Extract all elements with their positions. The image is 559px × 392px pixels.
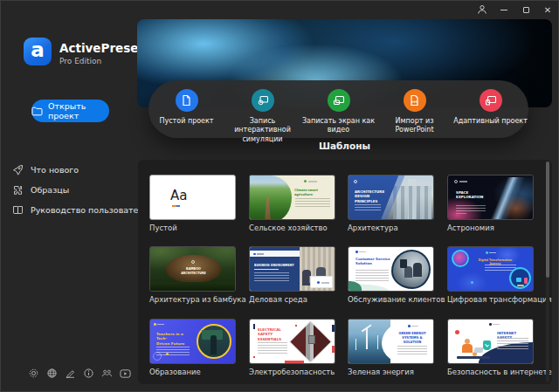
titlebar: ✕ bbox=[0, 0, 559, 19]
sidebar-nav: Что нового Образцы Руководство пользоват… bbox=[12, 163, 148, 216]
folder-icon bbox=[31, 107, 43, 116]
quick-actions-bar: Пустой проект Запись интерактивной симул… bbox=[148, 80, 528, 138]
sidebar-item-label: Что нового bbox=[31, 165, 79, 175]
template-thumbnail: SPACE EXPLORATION bbox=[447, 175, 534, 220]
blank-project-button[interactable]: Пустой проект bbox=[148, 89, 224, 126]
record-simulation-icon bbox=[252, 89, 274, 112]
template-label: Обслуживание клиентов bbox=[348, 295, 434, 304]
blank-document-icon bbox=[176, 89, 198, 112]
template-card-blank[interactable]: Aa Пустой bbox=[149, 175, 236, 232]
template-thumbnail: Aa bbox=[149, 175, 236, 220]
account-icon[interactable] bbox=[476, 3, 488, 16]
record-screen-icon bbox=[328, 89, 350, 112]
svg-text:PPT: PPT bbox=[411, 100, 418, 104]
import-powerpoint-button[interactable]: PPT Импорт из PowerPoint bbox=[376, 89, 452, 135]
template-card-architecture[interactable]: ARCHITECTURE DESIGN PRINCIPLES Архитекту… bbox=[348, 175, 434, 232]
responsive-project-icon bbox=[480, 89, 502, 112]
template-card-business[interactable]: BUSINESS ENVIRONMENT Деловая среда bbox=[249, 246, 335, 304]
app-edition: Pro Edition bbox=[59, 57, 101, 65]
maximize-icon[interactable] bbox=[520, 3, 532, 16]
settings-icon[interactable] bbox=[28, 368, 39, 379]
video-tutorials-icon[interactable] bbox=[120, 368, 131, 379]
record-screen-button[interactable]: Записать экран как видео bbox=[300, 89, 376, 135]
sidebar-item-samples[interactable]: Образцы bbox=[12, 183, 148, 196]
template-label: Образование bbox=[149, 368, 236, 376]
app-logo: a bbox=[24, 38, 52, 65]
book-icon bbox=[12, 204, 24, 216]
info-icon[interactable] bbox=[83, 368, 94, 379]
templates-header: Шаблоны bbox=[137, 141, 552, 151]
rocket-icon bbox=[12, 164, 24, 175]
template-label: Деловая среда bbox=[249, 295, 335, 304]
templates-panel: Aa Пустой Climate-smart agriculture Сель… bbox=[138, 160, 552, 384]
open-project-button[interactable]: Открыть проект bbox=[31, 100, 109, 122]
template-label: Пустой bbox=[149, 224, 236, 232]
quick-action-label: Адаптивный проект bbox=[453, 117, 528, 126]
feedback-icon[interactable] bbox=[65, 368, 76, 379]
quick-action-label: Импорт из PowerPoint bbox=[377, 117, 452, 135]
template-card-education[interactable]: Teachers in a Tech- Driven Future Образо… bbox=[149, 319, 236, 376]
template-thumbnail: BUSINESS ENVIRONMENT bbox=[249, 246, 335, 292]
responsive-project-button[interactable]: Адаптивный проект bbox=[452, 89, 528, 126]
template-card-internet-safety[interactable]: INTERNET SAFETY Безопасность в интернете bbox=[447, 319, 534, 376]
template-card-bamboo[interactable]: BAMBOO ARCHITECTURE Архитектура из бамбу… bbox=[149, 246, 236, 304]
open-project-label: Открыть проект bbox=[48, 101, 109, 120]
powerpoint-import-icon: PPT bbox=[404, 89, 426, 112]
template-thumbnail: ELECTRICAL SAFETY ESSENTIALS bbox=[249, 319, 335, 364]
template-card-customer-service[interactable]: Customer Service Solution Обслуживание к… bbox=[348, 246, 434, 304]
app-window: ✕ a ActivePresenter Pro Edition Открыть … bbox=[0, 0, 559, 392]
template-card-electrical-safety[interactable]: ELECTRICAL SAFETY ESSENTIALS Электробезо… bbox=[249, 319, 335, 376]
template-label: Архитектура bbox=[348, 224, 434, 232]
template-thumbnail: Customer Service Solution bbox=[348, 246, 434, 292]
close-icon[interactable]: ✕ bbox=[542, 3, 554, 16]
scrollbar-thumb[interactable] bbox=[546, 162, 549, 278]
community-icon[interactable] bbox=[101, 368, 113, 379]
quick-action-label: Записать экран как видео bbox=[301, 117, 376, 135]
template-label: Сельское хозяйство bbox=[249, 224, 335, 232]
template-thumbnail: Teachers in a Tech- Driven Future bbox=[149, 319, 236, 364]
globe-icon[interactable] bbox=[46, 368, 58, 379]
quick-action-label: Пустой проект bbox=[159, 117, 213, 126]
template-thumbnail: ARCHITECTURE DESIGN PRINCIPLES bbox=[348, 175, 434, 220]
template-label: Зеленая энергия bbox=[348, 368, 434, 376]
sidebar-item-label: Образцы bbox=[31, 185, 69, 195]
template-card-digital-transformation[interactable]: Digital Transformation Journey Цифровая … bbox=[447, 246, 534, 304]
template-card-agriculture[interactable]: Climate-smart agriculture Сельское хозяй… bbox=[249, 175, 335, 232]
template-thumbnail: GREEN ENERGY SYSTEMS & SOLUTION bbox=[348, 319, 434, 364]
template-label: Электробезопасность bbox=[249, 368, 335, 376]
template-label: Архитектура из бамбука bbox=[149, 295, 236, 304]
record-simulation-button[interactable]: Запись интерактивной симуляции bbox=[224, 89, 300, 144]
template-thumbnail: Climate-smart agriculture bbox=[249, 175, 335, 220]
template-card-green-energy[interactable]: GREEN ENERGY SYSTEMS & SOLUTION Зеленая … bbox=[348, 319, 434, 376]
template-card-astronomy[interactable]: SPACE EXPLORATION Астрономия bbox=[447, 175, 534, 232]
template-thumbnail: BAMBOO ARCHITECTURE bbox=[149, 246, 236, 292]
minimize-icon[interactable] bbox=[498, 3, 510, 16]
template-label: Астрономия bbox=[447, 224, 534, 232]
sidebar-item-user-guide[interactable]: Руководство пользователя bbox=[12, 203, 148, 216]
template-label: Безопасность в интернете bbox=[447, 368, 534, 376]
template-thumbnail: INTERNET SAFETY bbox=[447, 319, 534, 364]
sidebar-item-label: Руководство пользователя bbox=[31, 205, 148, 215]
template-label: Цифровая трансформация bbox=[447, 295, 534, 304]
sidebar-footer bbox=[28, 368, 131, 379]
sidebar-item-whats-new[interactable]: Что нового bbox=[12, 163, 148, 175]
puzzle-icon bbox=[12, 184, 24, 196]
template-thumbnail: Digital Transformation Journey bbox=[447, 246, 534, 292]
